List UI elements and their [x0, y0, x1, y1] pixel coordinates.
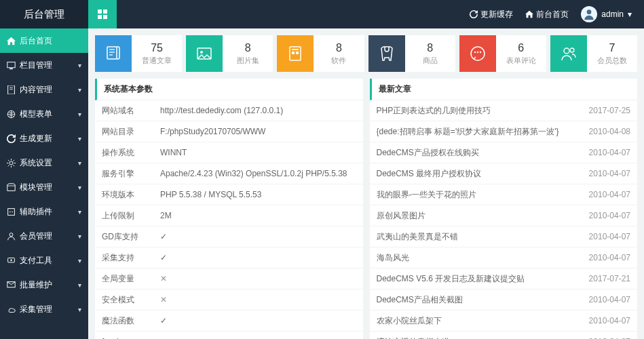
logo: 后台管理 — [0, 0, 88, 28]
article-date: 2010-04-07 — [589, 253, 630, 262]
sidebar-icon — [7, 305, 16, 314]
refresh-icon — [470, 10, 478, 18]
svg-point-35 — [570, 48, 574, 52]
admin-dropdown[interactable]: admin ▾ — [581, 6, 632, 22]
chevron-down-icon: ▾ — [78, 257, 81, 264]
article-date: 2010-04-07 — [589, 190, 630, 199]
check-icon: ✓ — [160, 253, 167, 262]
info-value: ✕ — [160, 274, 356, 283]
svg-rect-0 — [98, 9, 102, 14]
cross-icon: ✕ — [160, 274, 167, 283]
sidebar-item-2[interactable]: 内容管理▾ — [0, 77, 88, 102]
stat-box-4[interactable]: 6表单评论 — [459, 35, 546, 72]
stat-box-2[interactable]: 8软件 — [277, 35, 364, 72]
info-label: 网站域名 — [102, 105, 160, 117]
article-title[interactable]: 流连忘返的青桐大道 — [377, 336, 589, 340]
stat-box-3[interactable]: 8商品 — [368, 35, 455, 72]
stat-icon — [368, 35, 405, 72]
info-label: 采集支持 — [102, 252, 160, 264]
system-panel: 系统基本参数 网站域名http://test.dedediy.com (127.… — [95, 79, 363, 339]
system-row: GD库支持✓ — [95, 226, 363, 247]
article-title[interactable]: 我的眼界-一些关于花的照片 — [377, 189, 589, 201]
svg-point-32 — [476, 52, 478, 53]
menu-toggle-button[interactable] — [88, 0, 117, 28]
stat-number: 7 — [590, 41, 634, 54]
sidebar-item-10[interactable]: 批量维护▾ — [0, 273, 88, 297]
stat-box-5[interactable]: 7会员总数 — [550, 35, 637, 72]
info-label: GD库支持 — [102, 231, 160, 243]
article-title[interactable]: DedeCMS V5.6 开发日志及新建议提交贴 — [377, 273, 589, 285]
articles-panel-title: 最新文章 — [370, 79, 638, 100]
svg-rect-29 — [296, 52, 299, 54]
article-row: DedeCMS V5.6 开发日志及新建议提交贴2017-07-21 — [370, 268, 638, 290]
info-label: 全局变量 — [102, 273, 160, 285]
article-row: 流连忘返的青桐大道2010-04-07 — [370, 332, 638, 339]
svg-point-31 — [474, 52, 475, 53]
article-row: DedeCMS产品相关截图2010-04-07 — [370, 290, 638, 311]
info-label: 上传限制 — [102, 210, 160, 222]
svg-rect-28 — [292, 52, 295, 54]
stat-box-1[interactable]: 8图片集 — [186, 35, 273, 72]
sidebar-item-1[interactable]: 栏目管理▾ — [0, 53, 88, 77]
sidebar-item-label: 生成更新 — [20, 133, 52, 144]
system-row: 上传限制2M — [95, 205, 363, 226]
system-panel-title: 系统基本参数 — [95, 79, 363, 100]
sidebar-icon — [7, 85, 16, 94]
article-title[interactable]: {dede:招聘启事 标题='织梦大家庭新年招募第一波'} — [377, 126, 589, 138]
sidebar-item-11[interactable]: 采集管理▾ — [0, 297, 88, 321]
article-title[interactable]: 原创风景图片 — [377, 210, 589, 222]
sidebar-item-label: 采集管理 — [20, 304, 52, 315]
sidebar-item-8[interactable]: 会员管理▾ — [0, 224, 88, 248]
sidebar-icon — [7, 110, 16, 119]
sidebar-item-6[interactable]: 模块管理▾ — [0, 175, 88, 199]
article-title[interactable]: DedeCMS 最终用户授权协议 — [377, 168, 589, 180]
article-title[interactable]: DedeCMS产品相关截图 — [377, 294, 589, 306]
article-row: DedeCMS产品授权在线购买2010-04-07 — [370, 142, 638, 163]
sidebar-icon — [7, 134, 16, 143]
sidebar-item-9[interactable]: 支付工具▾ — [0, 248, 88, 273]
svg-rect-7 — [8, 85, 15, 94]
svg-rect-6 — [10, 68, 13, 69]
articles-panel: 最新文章 PHP正则表达式的几则使用技巧2017-07-25{dede:招聘启事… — [370, 79, 638, 339]
article-date: 2017-07-21 — [589, 274, 630, 283]
article-title[interactable]: 海岛风光 — [377, 252, 589, 264]
sidebar-item-7[interactable]: 辅助插件▾ — [0, 199, 88, 224]
article-row: 武夷山的美景真是不错2010-04-07 — [370, 226, 638, 247]
sidebar-icon — [7, 232, 16, 241]
info-value: Apache/2.4.23 (Win32) OpenSSL/1.0.2j PHP… — [160, 169, 356, 178]
stat-icon — [95, 35, 132, 72]
sidebar-item-label: 批量维护 — [20, 279, 52, 291]
system-row: fsockopen✓ — [95, 332, 363, 339]
refresh-cache-link[interactable]: 更新缓存 — [470, 9, 513, 20]
sidebar-item-5[interactable]: 系统设置▾ — [0, 151, 88, 175]
article-title[interactable]: DedeCMS产品授权在线购买 — [377, 147, 589, 159]
sidebar-item-label: 模块管理 — [20, 182, 52, 193]
article-title[interactable]: 农家小院丝瓜架下 — [377, 315, 589, 327]
article-date: 2010-04-07 — [589, 232, 630, 241]
article-title[interactable]: 武夷山的美景真是不错 — [377, 231, 589, 243]
stat-icon — [277, 35, 314, 72]
system-row: 网站域名http://test.dedediy.com (127.0.0.1) — [95, 100, 363, 121]
chevron-down-icon: ▾ — [78, 233, 81, 240]
stat-box-0[interactable]: 75普通文章 — [95, 35, 182, 72]
sidebar-item-label: 内容管理 — [20, 84, 52, 96]
stat-icon — [459, 35, 496, 72]
info-value: ✓ — [160, 316, 356, 325]
chevron-down-icon: ▾ — [78, 135, 81, 142]
article-date: 2017-07-25 — [589, 106, 630, 115]
sidebar-item-3[interactable]: 模型表单▾ — [0, 102, 88, 126]
sidebar-item-label: 后台首页 — [20, 35, 52, 47]
article-row: 我的眼界-一些关于花的照片2010-04-07 — [370, 184, 638, 205]
info-value: ✓ — [160, 253, 356, 262]
frontend-link[interactable]: 前台首页 — [525, 9, 569, 20]
article-title[interactable]: PHP正则表达式的几则使用技巧 — [377, 105, 589, 117]
sidebar-item-0[interactable]: 后台首页 — [0, 28, 88, 53]
system-row: 网站目录F:/phpStudy20170705/WWW — [95, 121, 363, 142]
sidebar-item-label: 栏目管理 — [20, 60, 52, 71]
info-label: 操作系统 — [102, 147, 160, 159]
chevron-down-icon: ▾ — [78, 62, 81, 69]
system-row: 全局变量✕ — [95, 268, 363, 290]
sidebar-item-4[interactable]: 生成更新▾ — [0, 126, 88, 151]
svg-point-30 — [471, 47, 485, 60]
article-row: 原创风景图片2010-04-07 — [370, 205, 638, 226]
